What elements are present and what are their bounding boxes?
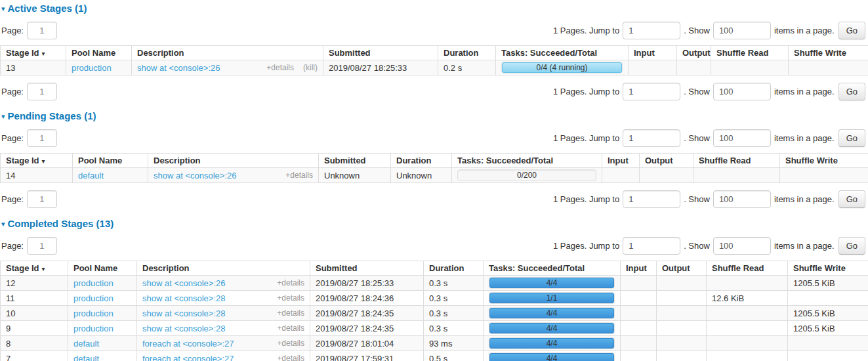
column-header-shuffle-read[interactable]: Shuffle Read — [693, 154, 780, 168]
details-toggle-link[interactable]: +details — [277, 308, 304, 318]
stage-description-link[interactable]: show at <console>:28 — [142, 324, 225, 333]
column-header-input[interactable]: Input — [629, 46, 677, 60]
pool-name-link[interactable]: default — [73, 339, 99, 349]
column-header-pool-name[interactable]: Pool Name — [66, 46, 132, 60]
items-per-page-input[interactable] — [713, 22, 771, 39]
items-per-page-input[interactable] — [713, 237, 771, 255]
stage-description-link[interactable]: foreach at <console>:27 — [142, 354, 234, 361]
go-button[interactable]: Go — [838, 22, 865, 39]
pool-name-link[interactable]: default — [73, 354, 99, 361]
column-header-duration[interactable]: Duration — [438, 46, 496, 60]
output-cell — [677, 60, 711, 75]
tasks-progress-bar: 0/200 — [457, 169, 596, 181]
items-in-page-text: items in a page. — [774, 241, 835, 251]
section-title-completed-stages[interactable]: ▾Completed Stages (13) — [1, 217, 868, 230]
duration-cell: 0.3 s — [424, 321, 484, 336]
shuffle-read-cell — [707, 321, 788, 336]
duration-cell: 0.3 s — [424, 276, 484, 291]
stage-description-link[interactable]: show at <console>:26 — [137, 63, 220, 73]
progress-label: 1/1 — [489, 293, 614, 303]
shuffle-write-cell — [788, 351, 868, 361]
details-toggle-link[interactable]: +details — [277, 324, 304, 333]
details-toggle-link[interactable]: +details — [266, 63, 294, 72]
input-cell — [621, 276, 657, 291]
column-header-pool-name[interactable]: Pool Name — [68, 261, 137, 276]
input-cell — [621, 321, 657, 336]
column-header-submitted[interactable]: Submitted — [310, 261, 424, 276]
stage-description-link[interactable]: foreach at <console>:27 — [142, 339, 234, 349]
column-header-description[interactable]: Description — [132, 46, 323, 60]
column-header-shuffle-read[interactable]: Shuffle Read — [707, 261, 788, 276]
input-cell — [629, 60, 677, 75]
column-header-submitted[interactable]: Submitted — [319, 154, 391, 168]
column-header-stage-id[interactable]: Stage Id▾ — [1, 46, 66, 60]
jump-to-page-input[interactable] — [623, 190, 680, 208]
details-toggle-link[interactable]: +details — [277, 339, 304, 348]
page-number-input[interactable] — [27, 83, 57, 100]
jump-to-page-input[interactable] — [623, 237, 680, 255]
column-header-duration[interactable]: Duration — [391, 154, 452, 168]
items-per-page-input[interactable] — [713, 190, 771, 208]
section-title-active-stages[interactable]: ▾Active Stages (1) — [1, 1, 868, 14]
column-header-stage-id[interactable]: Stage Id▾ — [1, 261, 68, 276]
column-header-pool-name[interactable]: Pool Name — [73, 154, 148, 168]
column-header-duration[interactable]: Duration — [424, 261, 484, 276]
output-cell — [657, 306, 707, 321]
column-header-description[interactable]: Description — [148, 154, 319, 168]
items-per-page-input[interactable] — [713, 83, 771, 100]
column-header-tasks-succeeded-total[interactable]: Tasks: Succeeded/Total — [496, 46, 629, 60]
sort-desc-icon: ▾ — [42, 265, 45, 272]
page-number-input[interactable] — [27, 22, 57, 39]
progress-label: 4/4 — [489, 278, 614, 288]
input-cell — [621, 306, 657, 321]
section-title-pending-stages[interactable]: ▾Pending Stages (1) — [1, 109, 868, 122]
column-header-tasks-succeeded-total[interactable]: Tasks: Succeeded/Total — [452, 154, 602, 168]
column-header-output[interactable]: Output — [657, 261, 707, 276]
pool-name-link[interactable]: production — [73, 293, 114, 303]
details-toggle-link[interactable]: +details — [277, 354, 304, 361]
column-header-output[interactable]: Output — [677, 46, 711, 60]
jump-to-page-input[interactable] — [623, 129, 680, 147]
items-per-page-input[interactable] — [713, 129, 771, 147]
page-number-input[interactable] — [27, 237, 57, 255]
pool-name-link[interactable]: production — [73, 308, 114, 318]
go-button[interactable]: Go — [838, 83, 865, 100]
column-header-description[interactable]: Description — [137, 261, 310, 276]
column-header-shuffle-write[interactable]: Shuffle Write — [788, 261, 868, 276]
page-number-input[interactable] — [27, 129, 57, 147]
go-button[interactable]: Go — [838, 129, 865, 147]
stage-description-link[interactable]: show at <console>:26 — [154, 171, 236, 180]
column-header-shuffle-write[interactable]: Shuffle Write — [780, 154, 868, 168]
column-header-shuffle-write[interactable]: Shuffle Write — [789, 46, 868, 60]
stage-description-link[interactable]: show at <console>:26 — [142, 278, 225, 288]
pool-name-link[interactable]: default — [78, 171, 104, 180]
column-header-input[interactable]: Input — [602, 154, 640, 168]
details-toggle-link[interactable]: +details — [285, 171, 313, 180]
sort-desc-icon: ▾ — [42, 50, 45, 57]
kill-stage-link[interactable]: (kill) — [303, 63, 318, 72]
pool-name-link[interactable]: production — [73, 278, 114, 288]
column-header-stage-id[interactable]: Stage Id▾ — [1, 154, 73, 168]
details-toggle-link[interactable]: +details — [277, 293, 304, 303]
pool-name-link[interactable]: production — [73, 324, 114, 333]
jump-to-page-input[interactable] — [623, 22, 680, 39]
column-header-input[interactable]: Input — [621, 261, 657, 276]
details-toggle-link[interactable]: +details — [277, 278, 304, 287]
column-header-submitted[interactable]: Submitted — [323, 46, 438, 60]
column-header-shuffle-read[interactable]: Shuffle Read — [711, 46, 789, 60]
shuffle-read-cell — [707, 276, 788, 291]
column-header-tasks-succeeded-total[interactable]: Tasks: Succeeded/Total — [484, 261, 621, 276]
pool-name-link[interactable]: production — [72, 63, 112, 73]
go-button[interactable]: Go — [838, 237, 865, 255]
tasks-progress-cell: 4/4 — [484, 306, 621, 321]
column-header-output[interactable]: Output — [640, 154, 693, 168]
submitted-cell: 2019/08/27 18:25:33 — [323, 60, 438, 75]
stage-description-link[interactable]: show at <console>:28 — [142, 308, 225, 318]
go-button[interactable]: Go — [838, 190, 865, 208]
output-cell — [657, 351, 707, 361]
page-number-input[interactable] — [27, 190, 57, 208]
stage-description-link[interactable]: show at <console>:28 — [142, 293, 225, 303]
shuffle-read-cell — [707, 336, 788, 351]
pages-count-text: 1 Pages. Jump to — [553, 241, 619, 251]
jump-to-page-input[interactable] — [623, 83, 680, 100]
